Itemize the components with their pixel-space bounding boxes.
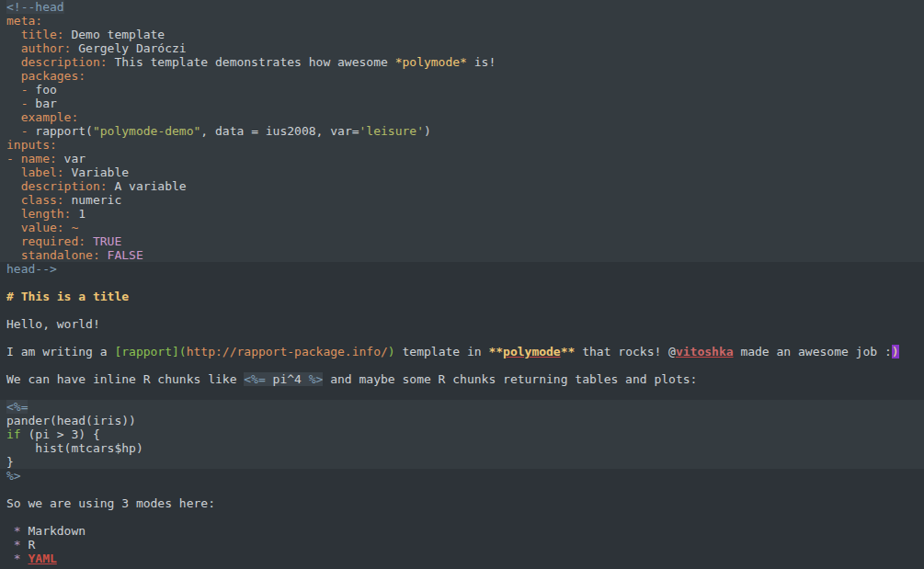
code-segment: title: <box>21 28 64 41</box>
polymode-bold: polymode <box>503 345 561 358</box>
code-line: * Markdown <box>0 524 924 538</box>
code-segment: and maybe some R chunks returning tables… <box>323 372 697 386</box>
code-line: title: Demo template <box>0 28 924 41</box>
text-cursor: ) <box>892 345 899 358</box>
code-segment: label: <box>21 165 64 179</box>
code-segment: Hello, world! <box>6 317 100 331</box>
code-segment <box>6 524 14 538</box>
code-segment: Demo template <box>64 28 165 41</box>
code-segment <box>6 207 21 221</box>
code-segment <box>6 97 21 110</box>
code-line: * R <box>0 538 924 552</box>
code-line: # This is a title <box>0 290 924 303</box>
code-segment: (pi > 3) { <box>21 427 100 441</box>
code-segment <box>6 179 21 193</box>
code-line <box>0 303 924 317</box>
code-segment <box>6 41 21 55</box>
code-segment: ~ <box>71 221 78 234</box>
code-segment: hist(mtcars$hp) <box>6 441 143 455</box>
code-segment: bar <box>28 97 56 110</box>
code-segment: } <box>6 455 14 469</box>
code-line: required: TRUE <box>0 234 924 248</box>
list-bullet: * <box>14 524 21 538</box>
code-segment <box>6 83 21 97</box>
code-line: * YAML <box>0 552 924 565</box>
code-segment: description: <box>21 179 108 193</box>
code-segment: FALSE <box>108 248 143 262</box>
code-line: So we are using 3 modes here: <box>0 496 924 510</box>
code-segment: value: <box>21 221 64 234</box>
code-segment <box>6 165 21 179</box>
code-line: standalone: FALSE <box>0 248 924 262</box>
code-segment: I am writing a <box>6 345 114 358</box>
markdown-heading: # This is a title <box>6 290 129 303</box>
code-segment: @ <box>668 345 676 358</box>
code-segment: A variable <box>108 179 187 193</box>
code-line: - rapport("polymode-demo", data = ius200… <box>0 124 924 138</box>
rapport-url: http://rapport-package.info/ <box>187 345 388 358</box>
code-segment: R <box>21 538 36 552</box>
code-segment: author: <box>21 41 72 55</box>
inline-r-code: pi^4 <box>266 372 309 386</box>
code-segment: standalone: <box>21 248 100 262</box>
code-line: head--> <box>0 262 924 276</box>
code-segment: ) <box>388 345 395 358</box>
code-segment: ** <box>561 345 576 358</box>
code-segment <box>6 124 21 138</box>
code-segment: foo <box>28 83 56 97</box>
code-line: label: Variable <box>0 165 924 179</box>
code-segment <box>6 552 14 565</box>
code-line: description: A variable <box>0 179 924 193</box>
code-segment <box>6 110 21 124</box>
code-line <box>0 276 924 290</box>
code-line: description: This template demonstrates … <box>0 55 924 69</box>
code-line: length: 1 <box>0 207 924 221</box>
code-segment: var <box>57 152 86 165</box>
code-line: - name: var <box>0 152 924 165</box>
code-line: example: <box>0 110 924 124</box>
code-segment: TRUE <box>93 234 121 248</box>
code-segment: So we are using 3 modes here: <box>6 496 215 510</box>
editor-buffer[interactable]: <!--headmeta: title: Demo template autho… <box>0 0 924 569</box>
code-line: I am writing a [rapport](http://rapport-… <box>0 345 924 358</box>
code-segment: Gergely Daróczi <box>71 41 186 55</box>
code-line: class: numeric <box>0 193 924 207</box>
code-segment: if <box>6 427 21 441</box>
code-line <box>0 483 924 496</box>
yaml-tail-delimiter: head--> <box>6 262 57 276</box>
code-line: %> <box>0 469 924 483</box>
code-segment <box>100 248 108 262</box>
code-line: We can have inline R chunks like <%= pi^… <box>0 372 924 386</box>
list-bullet: * <box>14 538 21 552</box>
code-segment: ) <box>424 124 431 138</box>
code-segment: ** <box>488 345 503 358</box>
code-segment <box>86 234 93 248</box>
code-line: meta: <box>0 14 924 28</box>
code-segment: inputs: <box>6 138 57 152</box>
code-segment: made an awesome job : <box>734 345 892 358</box>
code-segment: 'leisure' <box>359 124 424 138</box>
code-line: packages: <box>0 69 924 83</box>
code-line: pander(head(iris)) <box>0 414 924 427</box>
code-line: <!--head <box>0 0 924 14</box>
code-segment <box>6 69 21 83</box>
code-segment <box>14 152 21 165</box>
code-line: author: Gergely Daróczi <box>0 41 924 55</box>
code-segment: Variable <box>64 165 129 179</box>
code-segment: name: <box>21 152 57 165</box>
code-segment: example: <box>21 110 79 124</box>
code-line <box>0 510 924 524</box>
inline-chunk-open: <%= <box>244 372 265 386</box>
code-segment: class: <box>21 193 64 207</box>
code-line: if (pi > 3) { <box>0 427 924 441</box>
code-line <box>0 386 924 400</box>
code-segment <box>6 248 21 262</box>
code-segment <box>6 28 21 41</box>
code-segment: that rocks! <box>575 345 668 358</box>
r-chunk-close: %> <box>6 469 21 483</box>
code-segment <box>6 538 14 552</box>
code-segment <box>6 193 21 207</box>
code-segment: numeric <box>64 193 122 207</box>
code-segment: is! <box>467 55 496 69</box>
code-segment: This template demonstrates how awesome <box>108 55 395 69</box>
